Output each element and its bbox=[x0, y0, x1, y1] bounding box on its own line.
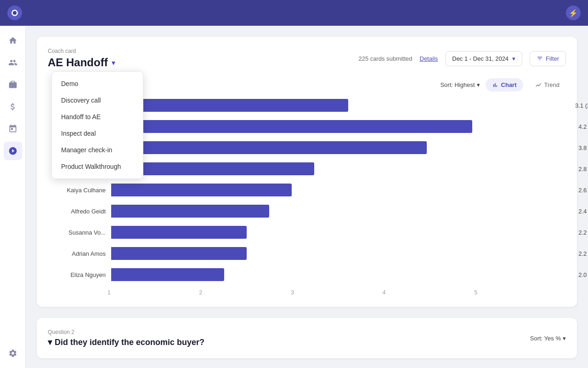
bar-fill bbox=[111, 120, 472, 133]
sidebar-item-coach[interactable] bbox=[4, 142, 22, 160]
card-title-section: Coach card AE Handoff ▾ bbox=[48, 48, 115, 69]
dropdown-toggle[interactable]: ▾ bbox=[112, 58, 115, 67]
flash-icon: ⚡ bbox=[569, 9, 578, 17]
filter-button[interactable]: Filter bbox=[530, 51, 566, 66]
table-row: Eliza Nguyen2.0 (12) bbox=[51, 268, 562, 281]
date-picker[interactable]: Dec 1 - Dec 31, 2024 ▾ bbox=[445, 51, 522, 66]
dropdown-item[interactable]: Demo bbox=[52, 75, 143, 92]
svg-point-1 bbox=[13, 11, 17, 15]
sidebar-item-dollar[interactable] bbox=[4, 98, 22, 116]
x-axis-tick: 5 bbox=[474, 289, 566, 296]
bar-value-label: 3.8 (25) bbox=[578, 144, 588, 151]
bar-label: Kaiya Culhane bbox=[51, 187, 111, 194]
bar-value-label: 4.2 (45) bbox=[578, 123, 588, 130]
bar-fill bbox=[111, 99, 348, 112]
logo[interactable] bbox=[7, 6, 22, 20]
bar-value-label: 2.2 (27) bbox=[578, 250, 588, 257]
sidebar-item-users[interactable] bbox=[4, 53, 22, 72]
sidebar-item-home[interactable] bbox=[4, 31, 22, 50]
bar-value-label: 2.0 (12) bbox=[578, 271, 588, 278]
sidebar-item-briefcase[interactable] bbox=[4, 75, 22, 94]
bar-fill bbox=[111, 268, 224, 281]
top-navigation: ⚡ bbox=[0, 0, 588, 26]
bar-track: 2.8 (31) bbox=[111, 162, 562, 175]
sort-yes-label: Sort: Yes % bbox=[530, 335, 561, 342]
details-link[interactable]: Details bbox=[420, 55, 438, 62]
question-info: Question 2 ▾ Did they identify the econo… bbox=[48, 329, 204, 347]
sort-label: Sort: Highest bbox=[440, 81, 475, 88]
bar-track: 2.4 (31) bbox=[111, 205, 562, 218]
bar-track: 4.2 (45) bbox=[111, 120, 562, 133]
bar-track: 3.8 (25) bbox=[111, 141, 562, 154]
question-label: Question 2 bbox=[48, 329, 204, 335]
bar-chart-icon bbox=[492, 82, 498, 88]
bar-fill bbox=[111, 141, 427, 154]
bar-label: Susanna Vo... bbox=[51, 229, 111, 236]
x-axis-tick: 1 bbox=[107, 289, 199, 296]
bar-fill bbox=[111, 226, 247, 239]
table-row: Alfredo Geidt2.4 (31) bbox=[51, 205, 562, 218]
bar-label: Adrian Amos bbox=[51, 250, 111, 257]
bar-value-label: 3.1 (225) bbox=[575, 102, 588, 109]
date-range-label: Dec 1 - Dec 31, 2024 bbox=[452, 55, 509, 62]
sidebar-item-settings[interactable] bbox=[4, 344, 22, 362]
header-right: 225 cards submitted Details Dec 1 - Dec … bbox=[358, 51, 566, 66]
question-2-card: Question 2 ▾ Did they identify the econo… bbox=[37, 318, 577, 358]
bar-track: 2.0 (12) bbox=[111, 268, 562, 281]
filter-label: Filter bbox=[546, 55, 559, 62]
bar-fill bbox=[111, 205, 269, 218]
filter-icon bbox=[537, 55, 543, 62]
card-header: Coach card AE Handoff ▾ 225 cards submit… bbox=[48, 48, 566, 69]
trend-label: Trend bbox=[544, 81, 560, 88]
flash-button[interactable]: ⚡ bbox=[566, 6, 581, 20]
bar-fill bbox=[111, 247, 247, 260]
bar-track: 2.2 (27) bbox=[111, 247, 562, 260]
x-axis-tick: 4 bbox=[383, 289, 475, 296]
sort-chevron-icon: ▾ bbox=[477, 81, 480, 88]
bar-fill bbox=[111, 184, 292, 196]
chevron-down-icon: ▾ bbox=[512, 55, 515, 62]
submitted-count: 225 cards submitted bbox=[358, 55, 412, 62]
trend-view-button[interactable]: Trend bbox=[529, 78, 566, 92]
bar-track: 2.2 (42) bbox=[111, 226, 562, 239]
x-axis-tick: 3 bbox=[291, 289, 383, 296]
card-title: AE Handoff bbox=[48, 56, 108, 69]
chart-view-button[interactable]: Chart bbox=[486, 78, 523, 92]
sort-yes-chevron-icon: ▾ bbox=[563, 335, 566, 342]
collapse-icon[interactable]: ▾ bbox=[48, 337, 52, 347]
dropdown-item[interactable]: Product Walkthrough bbox=[52, 158, 143, 175]
card-title-row: AE Handoff ▾ bbox=[48, 56, 115, 69]
trend-icon bbox=[535, 82, 542, 88]
bar-track: 3.1 (225) bbox=[111, 99, 562, 112]
table-row: Susanna Vo...2.2 (42) bbox=[51, 226, 562, 239]
card-label: Coach card bbox=[48, 48, 115, 54]
dropdown-menu: DemoDiscovery callHandoff to AEInspect d… bbox=[51, 71, 143, 179]
bar-track: 2.6 (31) bbox=[111, 184, 562, 196]
question-title-text: Did they identify the economic buyer? bbox=[55, 338, 204, 347]
sort-yes-control[interactable]: Sort: Yes % ▾ bbox=[530, 335, 566, 342]
dropdown-item[interactable]: Inspect deal bbox=[52, 125, 143, 142]
bar-value-label: 2.4 (31) bbox=[578, 208, 588, 215]
bar-label: Alfredo Geidt bbox=[51, 208, 111, 215]
bar-label: Eliza Nguyen bbox=[51, 271, 111, 278]
dropdown-item[interactable]: Manager check-in bbox=[52, 142, 143, 158]
question-title: ▾ Did they identify the economic buyer? bbox=[48, 337, 204, 347]
x-axis-tick: 2 bbox=[199, 289, 291, 296]
dropdown-item[interactable]: Handoff to AE bbox=[52, 109, 143, 125]
bar-value-label: 2.2 (42) bbox=[578, 229, 588, 236]
sidebar bbox=[0, 26, 26, 368]
table-row: Adrian Amos2.2 (27) bbox=[51, 247, 562, 260]
dropdown-item[interactable]: Discovery call bbox=[52, 92, 143, 109]
sort-control[interactable]: Sort: Highest ▾ bbox=[440, 81, 480, 88]
bar-value-label: 2.8 (31) bbox=[578, 166, 588, 172]
x-axis: 12345 bbox=[48, 289, 566, 296]
chart-label: Chart bbox=[501, 81, 517, 88]
question-header: Question 2 ▾ Did they identify the econo… bbox=[48, 329, 566, 347]
bar-value-label: 2.6 (31) bbox=[578, 187, 588, 194]
sidebar-item-calendar[interactable] bbox=[4, 120, 22, 138]
table-row: Kaiya Culhane2.6 (31) bbox=[51, 184, 562, 196]
